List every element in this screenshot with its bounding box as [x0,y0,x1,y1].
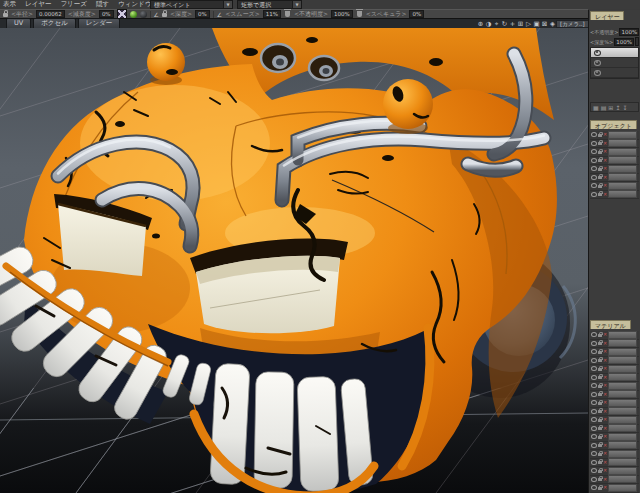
shade-mode-icon[interactable]: ◑ [485,20,492,28]
tab-render[interactable]: レンダー [78,18,120,28]
menu-hide[interactable]: 隠す [96,0,109,9]
frame-icon[interactable]: ▣ [533,20,540,28]
material-name-bar[interactable] [608,450,637,458]
layer-row[interactable] [591,58,638,68]
move-down-icon[interactable]: ↧ [622,104,627,111]
visibility-eye-icon[interactable] [591,400,597,405]
chevron-down-icon[interactable]: ▼ [223,1,232,8]
delete-cross-icon[interactable] [603,158,607,163]
depth-pencil-icon[interactable]: ∠ [154,11,159,18]
layer-opacity-value[interactable]: 100% [619,28,639,36]
material-row[interactable] [590,459,639,468]
material-name-bar[interactable] [608,348,637,356]
material-name-bar[interactable] [608,416,637,424]
delete-cross-icon[interactable] [603,366,607,371]
material-row[interactable] [590,357,639,366]
material-row[interactable] [590,365,639,374]
lock-icon[interactable] [3,13,8,17]
visibility-eye-icon[interactable] [591,341,597,346]
menu-view[interactable]: 表示 [3,0,16,9]
material-name-bar[interactable] [608,407,637,415]
object-name-bar[interactable] [608,148,637,156]
delete-cross-icon[interactable] [603,166,607,171]
material-row[interactable] [590,484,639,493]
visibility-eye-icon[interactable] [591,443,597,448]
rotate-view-icon[interactable]: ↻ [501,20,508,28]
material-row[interactable] [590,416,639,425]
material-row[interactable] [590,425,639,434]
material-row[interactable] [590,476,639,485]
target-icon[interactable]: ⌖ [493,20,500,28]
material-name-bar[interactable] [608,382,637,390]
object-name-bar[interactable] [608,165,637,173]
visibility-eye-icon[interactable] [591,332,597,337]
material-name-bar[interactable] [608,373,637,381]
lock-icon[interactable] [598,453,602,456]
visibility-eye-icon[interactable] [591,392,597,397]
falloff-value[interactable]: 0% [99,10,114,18]
delete-cross-icon[interactable] [603,192,607,197]
delete-cross-icon[interactable] [603,175,607,180]
delete-cross-icon[interactable] [603,341,607,346]
delete-cross-icon[interactable] [603,485,607,490]
lock-icon[interactable] [598,159,602,162]
objects-panel-tab[interactable]: オブジェクト [590,120,637,129]
visibility-eye-icon[interactable] [591,175,597,180]
material-name-bar[interactable] [608,484,637,492]
lock-icon[interactable] [598,142,602,145]
material-name-bar[interactable] [608,390,637,398]
visibility-eye-icon[interactable] [591,141,597,146]
object-name-bar[interactable] [608,131,637,139]
specular-value[interactable]: 0% [409,10,424,18]
delete-cross-icon[interactable] [603,460,607,465]
material-name-bar[interactable] [608,399,637,407]
material-row[interactable] [590,450,639,459]
object-name-bar[interactable] [608,173,637,181]
object-row[interactable] [590,157,639,166]
tab-uv[interactable]: UV [6,18,31,28]
lock-icon[interactable] [598,402,602,405]
visibility-eye-icon[interactable] [591,426,597,431]
lock-icon[interactable] [598,185,602,188]
visibility-eye-icon[interactable] [591,366,597,371]
delete-cross-icon[interactable] [603,375,607,380]
visibility-eye-icon[interactable] [591,192,597,197]
paint-mode-dropdown[interactable]: 標準ペイント ▼ [150,0,233,9]
material-name-bar[interactable] [608,339,637,347]
object-name-bar[interactable] [608,190,637,198]
visibility-eye-icon[interactable] [591,460,597,465]
visibility-eye-icon[interactable] [591,349,597,354]
lock-icon[interactable] [598,478,602,481]
delete-cross-icon[interactable] [603,132,607,137]
material-row[interactable] [590,467,639,476]
layers-panel-tab[interactable]: レイヤー [590,11,624,20]
menu-windows[interactable]: ウィンドウ [118,0,151,9]
material-row[interactable] [590,399,639,408]
object-name-bar[interactable] [608,139,637,147]
visibility-eye-icon[interactable] [594,50,601,56]
visibility-eye-icon[interactable] [591,417,597,422]
visibility-eye-icon[interactable] [591,477,597,482]
material-row[interactable] [590,391,639,400]
lock-icon[interactable] [598,376,602,379]
material-name-bar[interactable] [608,467,637,475]
new-layer-icon[interactable]: ▦ [593,104,599,111]
delete-cross-icon[interactable] [603,183,607,188]
chevron-down-icon[interactable]: ▼ [292,1,301,8]
spinner-control[interactable] [635,37,639,46]
visibility-eye-icon[interactable] [591,132,597,137]
material-row[interactable] [590,331,639,340]
material-name-bar[interactable] [608,331,637,339]
visibility-eye-icon[interactable] [591,383,597,388]
camera-mode-button[interactable]: [カメラ..] [556,20,589,28]
materials-panel-tab[interactable]: マテリアル [590,320,631,329]
delete-cross-icon[interactable] [603,451,607,456]
depth-lock-icon[interactable] [162,13,167,17]
lock-icon[interactable] [598,151,602,154]
material-row[interactable] [590,433,639,442]
delete-cross-icon[interactable] [603,443,607,448]
menu-layers[interactable]: レイヤー [25,0,51,9]
duplicate-layer-icon[interactable]: ▤ [601,104,607,111]
visibility-eye-icon[interactable] [591,375,597,380]
material-name-bar[interactable] [608,424,637,432]
